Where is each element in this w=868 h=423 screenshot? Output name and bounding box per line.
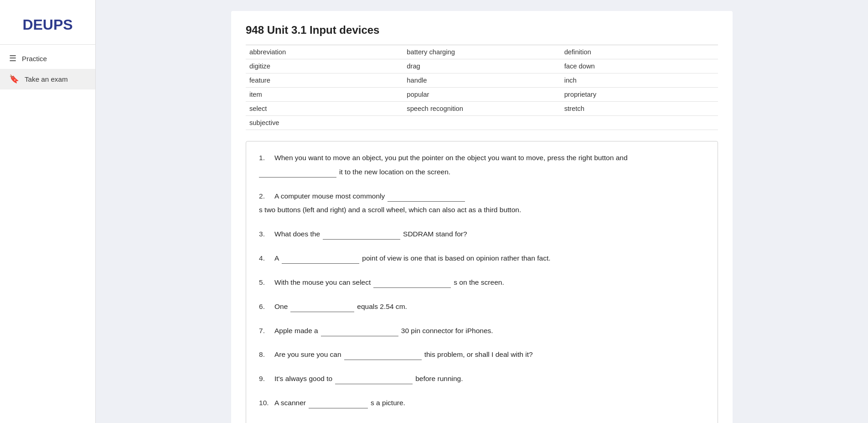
answer-input-1[interactable]: [259, 167, 336, 178]
question-9: 9. It's always good to before running.: [259, 373, 705, 385]
q-number-5: 5.: [259, 277, 272, 288]
question-8: 8. Are you sure you can this problem, or…: [259, 349, 705, 360]
logo: DEUPS: [0, 9, 95, 44]
word-cell: stretch: [561, 102, 718, 116]
q-text-3a: What does the: [274, 229, 320, 240]
word-cell: [403, 116, 560, 130]
q-text-9b: before running.: [415, 373, 463, 385]
question-6: 6. One equals 2.54 cm.: [259, 301, 705, 313]
word-cell: proprietary: [561, 88, 718, 102]
answer-input-4[interactable]: [282, 253, 359, 264]
word-cell: speech recognition: [403, 102, 560, 116]
q-text-3b: SDDRAM stand for?: [403, 229, 467, 240]
word-cell: item: [246, 88, 403, 102]
word-cell: definition: [561, 45, 718, 59]
exam-icon: 🔖: [9, 74, 19, 84]
sidebar-divider: [0, 44, 95, 45]
q-text-6a: One: [274, 301, 288, 313]
q-number-9: 9.: [259, 373, 272, 385]
sidebar-item-take-an-exam[interactable]: 🔖 Take an exam: [0, 69, 95, 89]
question-4: 4. A point of view is one that is based …: [259, 253, 705, 264]
q-number-1: 1.: [259, 152, 272, 164]
word-cell: face down: [561, 59, 718, 73]
word-cell: handle: [403, 73, 560, 88]
word-cell: feature: [246, 73, 403, 88]
answer-input-9[interactable]: [335, 374, 413, 384]
question-2: 2. A computer mouse most commonly s two …: [259, 191, 705, 216]
answer-input-5[interactable]: [373, 277, 451, 288]
q-text-8b: this problem, or shall I deal with it?: [424, 349, 533, 360]
word-cell: drag: [403, 59, 560, 73]
q-text-7b: 30 pin connector for iPhones.: [401, 325, 493, 337]
word-cell: select: [246, 102, 403, 116]
word-cell: abbreviation: [246, 45, 403, 59]
question-1: 1. When you want to move an object, you …: [259, 152, 705, 178]
q-text-8a: Are you sure you can: [274, 349, 341, 360]
q-text-10a: A scanner: [274, 397, 306, 409]
answer-input-6[interactable]: [290, 302, 354, 312]
word-cell: subjective: [246, 116, 403, 130]
q-text-10b: s a picture.: [371, 397, 405, 409]
q-number-8: 8.: [259, 349, 272, 360]
word-cell: [561, 116, 718, 130]
answer-input-8[interactable]: [344, 350, 422, 360]
q-text-6b: equals 2.54 cm.: [357, 301, 407, 313]
question-7: 7. Apple made a 30 pin connector for iPh…: [259, 325, 705, 337]
q-number-10: 10.: [259, 397, 272, 409]
answer-input-10[interactable]: [309, 398, 368, 408]
q-number-6: 6.: [259, 301, 272, 313]
sidebar-item-label-exam: Take an exam: [25, 75, 68, 83]
answer-input-2[interactable]: [388, 191, 465, 202]
question-3: 3. What does the SDDRAM stand for?: [259, 229, 705, 240]
main-content: 948 Unit 3.1 Input devices abbreviation …: [96, 0, 868, 423]
question-5: 5. With the mouse you can select s on th…: [259, 277, 705, 288]
exam-card: 948 Unit 3.1 Input devices abbreviation …: [231, 11, 733, 423]
sidebar-item-practice[interactable]: ☰ Practice: [0, 48, 95, 69]
q-text-2a: A computer mouse most commonly: [274, 191, 385, 202]
word-bank: abbreviation battery charging definition…: [246, 45, 718, 130]
q-number-3: 3.: [259, 229, 272, 240]
q-text-4a: A: [274, 253, 279, 264]
q-number-2: 2.: [259, 191, 272, 202]
q-text-5a: With the mouse you can select: [274, 277, 371, 288]
word-cell: inch: [561, 73, 718, 88]
q-text-1a: When you want to move an object, you put…: [274, 152, 628, 164]
answer-input-7[interactable]: [321, 326, 398, 336]
answer-input-3[interactable]: [323, 229, 400, 240]
questions-box: 1. When you want to move an object, you …: [246, 141, 718, 423]
sidebar-item-label-practice: Practice: [22, 55, 47, 63]
word-cell: digitize: [246, 59, 403, 73]
q-text-5b: s on the screen.: [454, 277, 504, 288]
word-cell: popular: [403, 88, 560, 102]
sidebar: DEUPS ☰ Practice 🔖 Take an exam: [0, 0, 96, 423]
q-text-4b: point of view is one that is based on op…: [362, 253, 550, 264]
list-icon: ☰: [9, 54, 16, 63]
q-text-2b: s two buttons (left and right) and a scr…: [259, 204, 521, 216]
q-text-9a: It's always good to: [274, 373, 332, 385]
q-number-4: 4.: [259, 253, 272, 264]
word-cell: battery charging: [403, 45, 560, 59]
question-10: 10. A scanner s a picture.: [259, 397, 705, 409]
q-text-7a: Apple made a: [274, 325, 318, 337]
q-number-7: 7.: [259, 325, 272, 337]
q-text-1b: it to the new location on the screen.: [339, 167, 450, 178]
exam-title: 948 Unit 3.1 Input devices: [246, 24, 718, 37]
